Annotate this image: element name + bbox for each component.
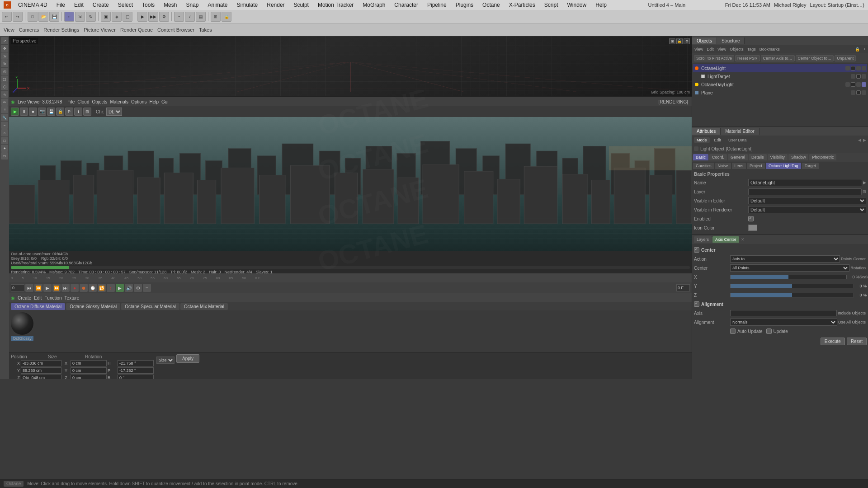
svt-view2[interactable]: View bbox=[716, 47, 727, 52]
menu-plugins[interactable]: Plugins bbox=[454, 1, 475, 9]
lr-scale-label[interactable]: Scale bbox=[859, 275, 867, 279]
attr-name-expand[interactable]: ▶ bbox=[863, 180, 866, 185]
cameras-label[interactable]: Cameras bbox=[17, 27, 41, 33]
mat-function-tab[interactable]: Function bbox=[44, 296, 61, 300]
attr-mode-userdata[interactable]: User Data bbox=[726, 137, 750, 143]
menu-motion-tracker[interactable]: Motion Tracker bbox=[316, 1, 355, 9]
lr-points-corner[interactable]: Points Corner bbox=[840, 257, 867, 261]
svt-lock1[interactable]: 🔒 bbox=[854, 47, 861, 52]
svt-view[interactable]: View bbox=[693, 47, 704, 52]
svt-objects[interactable]: Objects bbox=[728, 47, 745, 52]
lt-vis2[interactable] bbox=[856, 74, 861, 79]
content-browser-label[interactable]: Content Browser bbox=[156, 27, 196, 33]
lr-tab-axis-center[interactable]: Axis Center bbox=[712, 236, 739, 243]
p-rot-input[interactable] bbox=[118, 367, 154, 374]
apt-lens[interactable]: Lens bbox=[732, 163, 746, 169]
attr-icon-color-swatch[interactable] bbox=[748, 225, 757, 231]
attr-visible-renderer-select[interactable]: Default bbox=[748, 206, 866, 213]
attr-layer-btn[interactable]: ⊞ bbox=[863, 189, 866, 194]
lr-alignment-select[interactable]: Normals bbox=[730, 319, 837, 326]
dl-vis2[interactable] bbox=[851, 82, 855, 87]
menu-render[interactable]: Render bbox=[265, 1, 286, 9]
lr-action-select[interactable]: Axis to bbox=[730, 255, 840, 263]
left-tool-light[interactable]: ✦ bbox=[1, 145, 8, 152]
viewport-3d[interactable]: X Y Z Perspective Grid Spacing: 100 cm bbox=[9, 36, 692, 96]
b-rot-input[interactable] bbox=[118, 375, 154, 379]
center-object-btn[interactable]: Center Object to… bbox=[796, 55, 834, 61]
objects-tab[interactable]: Objects bbox=[692, 38, 717, 44]
left-tool-floor[interactable]: ▭ bbox=[1, 152, 8, 160]
lr-auto-update-checkbox[interactable] bbox=[730, 328, 736, 334]
vp-settings-btn[interactable]: ⚙ bbox=[684, 38, 690, 44]
menu-mesh[interactable]: Mesh bbox=[162, 1, 179, 9]
apt-target[interactable]: Target bbox=[802, 163, 819, 169]
tc-key-btn[interactable]: ⌚ bbox=[89, 284, 97, 292]
open-btn[interactable]: 📂 bbox=[38, 12, 48, 22]
render-settings-label[interactable]: Render Settings bbox=[42, 27, 81, 33]
attr-layer-input[interactable] bbox=[748, 188, 862, 195]
live-viewer-cloud[interactable]: Cloud bbox=[77, 99, 89, 104]
lr-center-checkbox[interactable] bbox=[694, 247, 699, 253]
lock-btn[interactable]: 🔒 bbox=[222, 12, 231, 22]
z-size-btn[interactable]: Z bbox=[62, 375, 70, 379]
attr-name-input[interactable]: OctaneLight bbox=[748, 179, 862, 186]
rectsel-btn[interactable]: ▢ bbox=[123, 12, 132, 22]
menu-pipeline[interactable]: Pipeline bbox=[425, 1, 448, 9]
lr-x-slider[interactable] bbox=[730, 275, 847, 279]
apt-project[interactable]: Project bbox=[747, 163, 765, 169]
obj-vis-dot4[interactable] bbox=[862, 66, 866, 70]
lv-pass-btn[interactable]: P bbox=[65, 108, 73, 116]
mat-tab-diffuse[interactable]: Octane Diffuse Material bbox=[11, 303, 65, 310]
mat-texture-tab[interactable]: Texture bbox=[65, 296, 80, 300]
left-tool-rotate[interactable]: ↻ bbox=[1, 60, 8, 67]
lr-y-slider[interactable] bbox=[730, 284, 854, 288]
tc-options-btn[interactable]: ≡ bbox=[143, 284, 151, 292]
z-size-input[interactable] bbox=[71, 375, 107, 379]
left-tool-rect[interactable]: ▢ bbox=[1, 75, 8, 83]
menu-window[interactable]: Window bbox=[565, 1, 588, 9]
execute-button[interactable]: Execute bbox=[821, 338, 845, 345]
obj-vis-dot1[interactable] bbox=[845, 66, 850, 70]
z-pos-input[interactable] bbox=[21, 375, 61, 379]
render-settings-btn[interactable]: ⚙ bbox=[159, 12, 169, 22]
attr-tab-attributes[interactable]: Attributes bbox=[692, 128, 721, 135]
timeline-start-input[interactable] bbox=[11, 284, 24, 291]
apt-caustics[interactable]: Caustics bbox=[693, 163, 714, 169]
mat-create-tab[interactable]: Create bbox=[18, 296, 31, 300]
attr-mode-mode[interactable]: Mode bbox=[694, 137, 710, 143]
apt-noise[interactable]: Noise bbox=[715, 163, 731, 169]
size-dropdown[interactable]: Size bbox=[156, 357, 175, 364]
y-size-input[interactable] bbox=[71, 367, 107, 374]
x-pos-input[interactable] bbox=[21, 360, 61, 366]
lr-update-cb2[interactable] bbox=[766, 328, 772, 334]
tc-play-btn[interactable]: ▶ bbox=[43, 284, 52, 292]
left-tool-magnet[interactable]: 🔧 bbox=[1, 114, 8, 121]
left-tool-poly[interactable]: ⬡ bbox=[1, 83, 8, 90]
left-tool-lasso[interactable]: ∿ bbox=[1, 91, 8, 98]
svt-bookmarks[interactable]: Bookmarks bbox=[758, 47, 781, 52]
lr-alignment-checkbox[interactable] bbox=[694, 301, 699, 307]
apt-coord[interactable]: Coord. bbox=[709, 154, 727, 160]
timeline-end-input[interactable] bbox=[676, 284, 690, 291]
apt-general[interactable]: General bbox=[728, 154, 748, 160]
apt-details[interactable]: Details bbox=[749, 154, 767, 160]
tc-bounce-btn[interactable]: ↕ bbox=[107, 284, 115, 292]
lr-axis-input[interactable] bbox=[730, 310, 837, 316]
layout-label[interactable]: Layout: Startup (Einst…) bbox=[810, 2, 864, 8]
dl-tag[interactable] bbox=[862, 82, 866, 87]
menu-snap[interactable]: Snap bbox=[184, 1, 200, 9]
attr-visible-editor-select[interactable]: Default bbox=[748, 197, 866, 204]
plane-vis1[interactable] bbox=[851, 90, 855, 95]
attr-tab-material-editor[interactable]: Material Editor bbox=[721, 128, 759, 135]
scale-btn[interactable]: ⇲ bbox=[75, 12, 85, 22]
render-all-btn[interactable]: ▶▶ bbox=[148, 12, 158, 22]
left-tool-paint[interactable]: ✏ bbox=[1, 99, 8, 106]
tc-prev-btn[interactable]: ⏪ bbox=[34, 284, 42, 292]
lr-z-slider[interactable] bbox=[730, 293, 854, 297]
tc-config-btn[interactable]: ⚙ bbox=[134, 284, 142, 292]
lr-close-btn[interactable]: ✕ bbox=[741, 237, 745, 242]
menu-character[interactable]: Character bbox=[392, 1, 420, 9]
tc-auto-btn[interactable]: ⏺ bbox=[80, 284, 88, 292]
status-mode-badge[interactable]: Octane bbox=[4, 481, 24, 487]
left-tool-null[interactable]: ○ bbox=[1, 129, 8, 136]
